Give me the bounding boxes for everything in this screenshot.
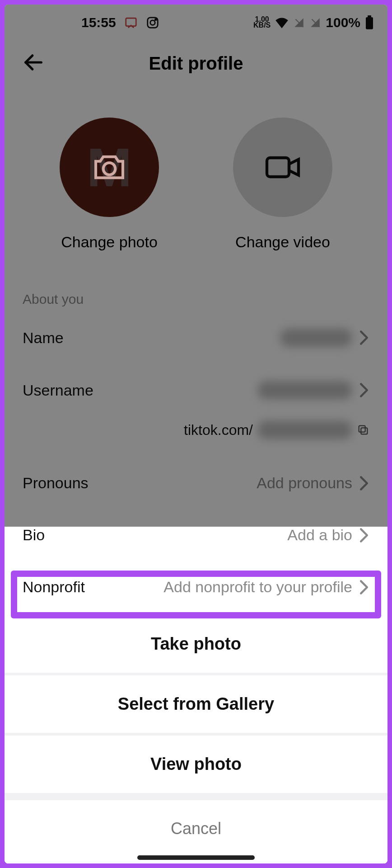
pronouns-label: Pronouns xyxy=(23,474,89,492)
row-name[interactable]: Name xyxy=(5,311,387,364)
svg-point-2 xyxy=(150,20,155,25)
screen-content: 15:55 1.00 KB/S xyxy=(5,5,387,613)
row-pronouns[interactable]: Pronouns Add pronouns xyxy=(5,457,387,509)
view-photo-option[interactable]: View photo xyxy=(5,736,387,793)
username-label: Username xyxy=(23,382,93,399)
svg-rect-10 xyxy=(267,158,289,177)
svg-rect-13 xyxy=(359,426,365,432)
copy-icon[interactable] xyxy=(357,424,369,436)
change-video[interactable]: Change video xyxy=(233,118,332,251)
app-frame: 15:55 1.00 KB/S xyxy=(5,5,387,863)
profile-link-prefix: tiktok.com/ xyxy=(184,422,253,439)
change-photo[interactable]: M Change photo xyxy=(60,118,159,251)
row-nonprofit[interactable]: Nonprofit Add nonprofit to your profile xyxy=(5,561,387,613)
row-bio[interactable]: Bio Add a bio xyxy=(5,509,387,561)
home-indicator[interactable] xyxy=(137,855,255,860)
svg-point-9 xyxy=(103,163,116,175)
chevron-right-icon xyxy=(359,580,369,595)
cancel-option[interactable]: Cancel xyxy=(5,800,387,863)
data-speed: 1.00 KB/S xyxy=(253,17,271,28)
row-username[interactable]: Username xyxy=(5,364,387,416)
row-profile-link[interactable]: tiktok.com/ xyxy=(5,416,387,457)
back-button[interactable] xyxy=(22,51,45,76)
svg-rect-6 xyxy=(366,17,373,29)
chevron-right-icon xyxy=(359,330,369,345)
svg-rect-12 xyxy=(361,428,367,434)
svg-marker-11 xyxy=(289,160,299,175)
media-section: M Change photo Change video xyxy=(5,86,387,269)
sim2-icon xyxy=(309,17,321,28)
bio-value: Add a bio xyxy=(287,526,352,544)
pronouns-value: Add pronouns xyxy=(257,474,352,492)
battery-icon xyxy=(365,15,374,30)
profile-photo-avatar: M xyxy=(60,118,159,217)
status-time: 15:55 xyxy=(81,15,116,30)
chevron-right-icon xyxy=(359,476,369,491)
chevron-right-icon xyxy=(359,528,369,543)
status-bar: 15:55 1.00 KB/S xyxy=(5,5,387,41)
profile-link-redacted xyxy=(257,421,352,439)
sim1-icon xyxy=(293,17,305,28)
battery-percent: 100% xyxy=(326,15,360,30)
take-photo-option[interactable]: Take photo xyxy=(5,615,387,673)
page-title: Edit profile xyxy=(149,53,243,74)
photo-action-sheet: Take photo Select from Gallery View phot… xyxy=(5,615,387,863)
bio-label: Bio xyxy=(23,526,45,544)
app-header: Edit profile xyxy=(5,41,387,86)
wifi-icon xyxy=(275,17,289,28)
username-value-redacted xyxy=(257,381,352,399)
about-you-heading: About you xyxy=(5,269,387,311)
instagram-icon xyxy=(146,16,159,29)
select-from-gallery-option[interactable]: Select from Gallery xyxy=(5,675,387,733)
chevron-right-icon xyxy=(359,382,369,398)
name-label: Name xyxy=(23,329,64,347)
name-value-redacted xyxy=(280,329,352,347)
nonprofit-value: Add nonprofit to your profile xyxy=(163,578,352,596)
change-photo-label: Change photo xyxy=(61,233,158,251)
svg-rect-7 xyxy=(368,15,371,17)
profile-video-avatar xyxy=(233,118,332,217)
nonprofit-label: Nonprofit xyxy=(23,578,85,596)
cast-icon xyxy=(124,16,138,29)
svg-point-3 xyxy=(155,19,156,20)
change-video-label: Change video xyxy=(235,233,330,251)
